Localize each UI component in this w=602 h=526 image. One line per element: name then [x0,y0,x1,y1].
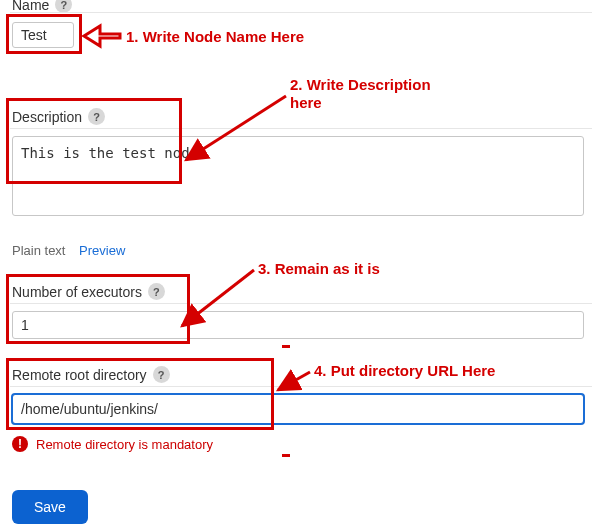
description-mode-tabs: Plain text Preview [12,243,125,258]
annotation-text-2a: 2. Write Description [290,76,431,95]
name-input[interactable] [12,22,74,48]
remote-root-error: ! Remote directory is mandatory [12,436,213,452]
executors-label-text: Number of executors [12,284,142,300]
divider [10,12,592,13]
annotation-text-1: 1. Write Node Name Here [126,28,304,47]
error-icon: ! [12,436,28,452]
annotation-text-2b: here [290,94,322,113]
svg-line-2 [278,372,310,390]
description-label: Description ? [12,108,105,125]
annotation-text-4: 4. Put directory URL Here [314,362,495,381]
description-textarea[interactable] [12,136,584,216]
divider [10,386,592,387]
save-button[interactable]: Save [12,490,88,524]
divider [10,303,592,304]
tab-plaintext[interactable]: Plain text [12,243,65,258]
executors-label: Number of executors ? [12,283,165,300]
executors-input[interactable] [12,311,584,339]
tab-preview[interactable]: Preview [79,243,125,258]
error-text: Remote directory is mandatory [36,437,213,452]
annotation-text-3: 3. Remain as it is [258,260,380,279]
remote-root-label-text: Remote root directory [12,367,147,383]
divider [10,128,592,129]
help-icon[interactable]: ? [88,108,105,125]
help-icon[interactable]: ? [153,366,170,383]
annotation-mark [282,345,290,348]
remote-root-label: Remote root directory ? [12,366,170,383]
description-label-text: Description [12,109,82,125]
name-label-text: Name [12,0,49,13]
help-icon[interactable]: ? [148,283,165,300]
remote-root-input[interactable] [12,394,584,424]
annotation-mark [282,454,290,457]
